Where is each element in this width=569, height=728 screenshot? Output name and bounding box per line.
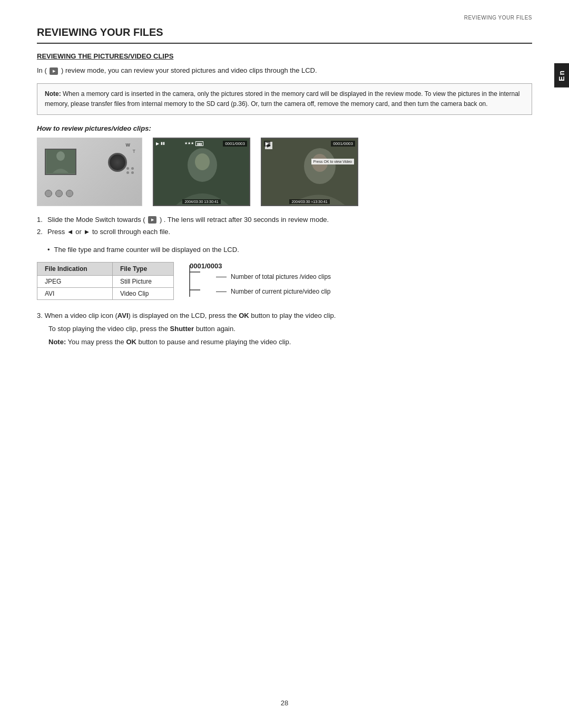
step-3: 3. When a video clip icon (AVI) is displ…: [37, 310, 532, 347]
camera-body: W T: [37, 138, 142, 206]
camera-w-label: W: [126, 142, 131, 148]
page-title: REVIEWING YOUR FILES: [37, 26, 532, 44]
hud-counter-3: 0001/0003: [331, 141, 355, 147]
hud-bottom-3: 2004/03:30 ≈13:30:41: [262, 199, 357, 204]
camera-button-row: [45, 190, 73, 197]
table-section: File Indication File Type JPEG Still Pic…: [37, 262, 532, 300]
svg-point-1: [56, 151, 65, 161]
step-3-note: Note: You may press the OK button to pau…: [37, 337, 532, 348]
camera-dots: [126, 167, 134, 174]
step-1-text: Slide the Mode Switch towards ( ) . The …: [47, 215, 329, 225]
step-2: 2. Press ◄ or ► to scroll through each f…: [37, 227, 532, 237]
page-number: 28: [281, 699, 288, 707]
table-header-indication: File Indication: [37, 263, 113, 276]
preview-image-3: Press OK to view Video ▶ 0001/0003 2004/…: [261, 138, 358, 206]
step-3-line2: To stop playing the video clip, press th…: [37, 324, 532, 335]
bullet-item: • The file type and frame counter will b…: [37, 245, 532, 255]
camera-t-label: T: [133, 149, 136, 154]
top-right-label: REVIEWING YOUR FILES: [464, 15, 532, 21]
section-heading: REVIEWING THE PICTURES/VIDEO CLIPS: [37, 52, 532, 60]
table-row-jpeg: JPEG Still Picture: [37, 276, 174, 288]
camera-dot: [131, 171, 134, 174]
counter-diagram: 0001/0003 Number of total pictures /vide…: [190, 262, 331, 295]
camera-btn: [55, 190, 63, 197]
hud-overlay-top-2: ▶ ▮▮ ★★★ ▮▮▮ 0001/0003: [154, 141, 249, 147]
camera-image: W T: [37, 138, 142, 206]
svg-point-4: [195, 153, 210, 170]
step-3-num: 3.: [37, 310, 43, 322]
step-3-note-label: Note:: [48, 338, 66, 346]
camera-lcd: [45, 149, 76, 175]
steps-list: 1. Slide the Mode Switch towards ( ) . T…: [37, 215, 532, 237]
file-table: File Indication File Type JPEG Still Pic…: [37, 262, 174, 300]
hud-date-2: 2004/03:30 13:30:41: [182, 199, 220, 204]
step-2-text: Press ◄ or ► to scroll through each file…: [47, 227, 170, 237]
counter-line-total: Number of total pictures /video clips: [216, 273, 331, 280]
table-header-type: File Type: [112, 263, 173, 276]
camera-btn: [66, 190, 73, 197]
preview-image-2: ▶ ▮▮ ★★★ ▮▮▮ 0001/0003 2004/03:30 13:30:…: [153, 138, 250, 206]
step-1-num: 1.: [37, 215, 47, 225]
camera-btn: [45, 190, 52, 197]
counter-line-current: Number of current picture/video clip: [216, 288, 331, 295]
ok-label-note: OK: [126, 338, 136, 346]
how-to-label: How to review pictures/video clips:: [37, 124, 532, 132]
side-tab-en: En: [554, 63, 569, 88]
play-mode-icon-step1: [148, 216, 156, 224]
bullet-text: The file type and frame counter will be …: [54, 245, 239, 255]
step-3-text: When a video clip icon (AVI) is displaye…: [45, 310, 336, 322]
shutter-label: Shutter: [170, 325, 194, 333]
table-row-avi: AVI Video Clip: [37, 288, 174, 300]
images-row: W T: [37, 138, 532, 206]
bullet-item-container: • The file type and frame counter will b…: [37, 245, 532, 255]
camera-lens: [108, 153, 127, 172]
camera-dot: [126, 171, 129, 174]
note-text: When a memory card is inserted in the ca…: [45, 90, 520, 108]
bullet-marker: •: [47, 245, 50, 255]
note-label: Note:: [45, 90, 61, 98]
hud-date-3: 2004/03:30 ≈13:30:41: [289, 199, 329, 204]
press-ok-label: Press OK to view Video: [311, 159, 354, 164]
table-cell-still: Still Picture: [112, 276, 173, 288]
camera-dot: [131, 167, 134, 170]
ok-label-step3: OK: [239, 312, 249, 319]
hud-counter-2: 0001/0003: [223, 141, 247, 147]
step-1: 1. Slide the Mode Switch towards ( ) . T…: [37, 215, 532, 225]
intro-text: In ( ) review mode, you can review your …: [37, 65, 532, 76]
hud-overlay-top-3: ▶ 0001/0003: [262, 141, 357, 147]
step-2-num: 2.: [37, 227, 47, 237]
camera-lcd-inner: [46, 150, 75, 174]
avi-label: AVI: [117, 312, 129, 319]
camera-dot: [126, 167, 129, 170]
table-cell-avi: AVI: [37, 288, 113, 300]
table-cell-jpeg: JPEG: [37, 276, 113, 288]
page-container: REVIEWING YOUR FILES En REVIEWING YOUR F…: [0, 0, 569, 728]
play-mode-icon: [50, 67, 58, 75]
hud-stars: ★★★: [184, 141, 194, 145]
table-cell-video: Video Clip: [112, 288, 173, 300]
hud-bottom-2: 2004/03:30 13:30:41: [154, 199, 249, 204]
note-box: Note: When a memory card is inserted in …: [37, 83, 532, 115]
